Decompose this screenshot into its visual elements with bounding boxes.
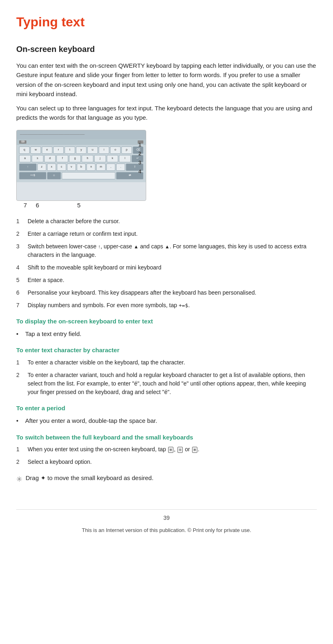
list-num: 7	[16, 301, 28, 310]
to-display-item: • Tap a text entry field.	[16, 329, 317, 338]
paragraph-1: You can enter text with the on-screen QW…	[16, 61, 317, 99]
list-num: 1	[16, 445, 28, 454]
keyboard-labels-list: 1 Delete a character before the cursor. …	[16, 217, 317, 310]
to-display-list: • Tap a text entry field.	[16, 329, 317, 338]
to-switch-list: 1 When you enter text using the on-scree…	[16, 445, 317, 466]
callout-1: 1	[138, 141, 141, 149]
to-enter-period-section: To enter a period • After you enter a wo…	[16, 404, 317, 426]
to-enter-character-heading: To enter text character by character	[16, 346, 317, 355]
tip-text: Drag ✦ to move the small keyboard as des…	[26, 474, 154, 483]
list-item: 6 Personalise your keyboard. This key di…	[16, 289, 317, 297]
to-display-text: Tap a text entry field.	[25, 329, 81, 338]
list-num: 3	[16, 242, 28, 259]
keyboard-icon-3: ⊠	[192, 447, 197, 453]
list-content: Display numbers and symbols. For even mo…	[28, 301, 317, 310]
to-enter-character-list: 1 To enter a character visible on the ke…	[16, 358, 317, 396]
to-enter-period-item: • After you enter a word, double-tap the…	[16, 416, 317, 425]
list-content: When you enter text using the on-screen …	[28, 445, 317, 454]
list-num: 2	[16, 371, 28, 396]
section-heading-on-screen-keyboard: On-screen keyboard	[16, 43, 317, 55]
bottom-callouts: 7 6 5	[16, 201, 154, 210]
list-item: 1 Delete a character before the cursor.	[16, 217, 317, 226]
list-num: 6	[16, 289, 28, 297]
to-switch-section: To switch between the full keyboard and …	[16, 433, 317, 467]
to-display-section: To display the on-screen keyboard to ent…	[16, 317, 317, 339]
callout-4: 4	[138, 168, 141, 176]
list-item: 7 Display numbers and symbols. For even …	[16, 301, 317, 310]
list-content: Enter a space.	[28, 276, 317, 284]
page-number: 39	[16, 514, 317, 522]
list-num: 2	[16, 458, 28, 466]
to-display-heading: To display the on-screen keyboard to ent…	[16, 317, 317, 326]
to-enter-period-text: After you enter a word, double-tap the s…	[25, 416, 157, 425]
keyboard-icon-1: ⊞	[168, 447, 173, 453]
footer-text: This is an Internet version of this publ…	[16, 526, 317, 534]
list-item: 1 When you enter text using the on-scree…	[16, 445, 317, 454]
list-num: 2	[16, 230, 28, 238]
list-item: 5 Enter a space.	[16, 276, 317, 284]
list-content: Delete a character before the cursor.	[28, 217, 317, 226]
list-item: 4 Shift to the moveable split keyboard o…	[16, 263, 317, 272]
list-num: 1	[16, 217, 28, 226]
to-enter-period-heading: To enter a period	[16, 404, 317, 413]
callout-3: 3	[138, 159, 141, 167]
page-title: Typing text	[16, 12, 317, 32]
callout-6: 6	[36, 201, 39, 210]
list-content: Personalise your keyboard. This key disa…	[28, 289, 317, 297]
to-enter-character-section: To enter text character by character 1 T…	[16, 346, 317, 396]
to-enter-period-list: • After you enter a word, double-tap the…	[16, 416, 317, 425]
tip-section: ✳ Drag ✦ to move the small keyboard as d…	[16, 474, 317, 485]
keyboard-illustration: ───────────────────────── ⌨ qwe rty uio …	[16, 130, 154, 210]
footer: 39 This is an Internet version of this p…	[16, 509, 317, 534]
list-item: 3 Switch between lower-case ↑, upper-cas…	[16, 242, 317, 259]
keyboard-icon-2: ⊟	[177, 447, 183, 453]
list-num: 1	[16, 358, 28, 367]
bullet-icon: •	[16, 416, 25, 425]
list-content: To enter a character variant, touch and …	[28, 371, 317, 396]
callout-7: 7	[24, 201, 27, 210]
callout-2: 2	[138, 150, 141, 158]
list-item: 2 Enter a carriage return or confirm tex…	[16, 230, 317, 238]
paragraph-2: You can select up to three languages for…	[16, 103, 317, 123]
to-switch-heading: To switch between the full keyboard and …	[16, 433, 317, 442]
callout-5: 5	[77, 201, 80, 210]
list-content: To enter a character visible on the keyb…	[28, 358, 317, 367]
list-num: 5	[16, 276, 28, 284]
list-num: 4	[16, 263, 28, 272]
list-item: 1 To enter a character visible on the ke…	[16, 358, 317, 367]
list-item: 2 Select a keyboard option.	[16, 458, 317, 466]
list-content: Switch between lower-case ↑, upper-case …	[28, 242, 317, 259]
tip-icon: ✳	[16, 474, 22, 485]
bullet-icon: •	[16, 329, 25, 338]
list-content: Select a keyboard option.	[28, 458, 317, 466]
footer-divider	[16, 509, 317, 510]
keyboard-image: ───────────────────────── ⌨ qwe rty uio …	[16, 130, 146, 201]
list-item: 2 To enter a character variant, touch an…	[16, 371, 317, 396]
list-content: Shift to the moveable split keyboard or …	[28, 263, 317, 272]
list-content: Enter a carriage return or confirm text …	[28, 230, 317, 238]
